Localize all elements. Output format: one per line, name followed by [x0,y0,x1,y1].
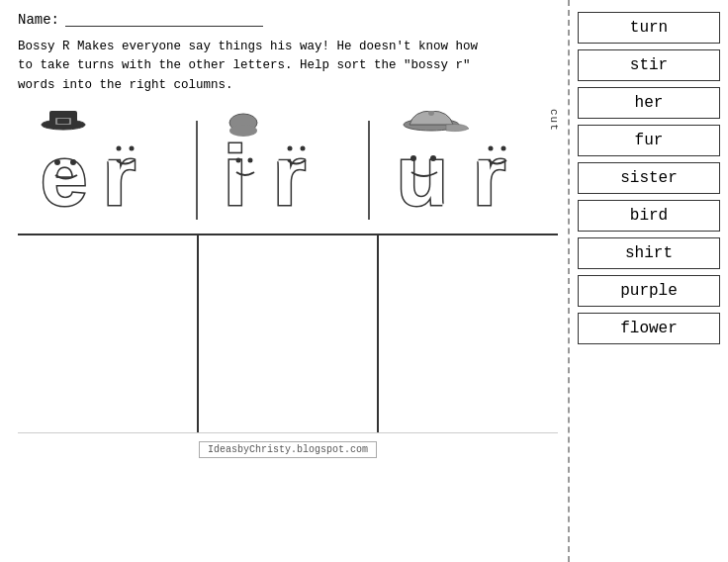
svg-text:e: e [41,129,87,223]
name-label: Name: [18,12,59,28]
instructions-text: Bossy R Makes everyone say things his wa… [18,38,493,95]
word-cards-area: turn stir her fur sister bird shirt purp… [570,0,728,562]
word-card-her[interactable]: her [578,87,720,119]
svg-point-16 [287,146,292,151]
word-card-fur[interactable]: fur [578,125,720,156]
ur-svg: u r [392,111,540,225]
svg-point-13 [235,158,240,163]
footer-credit: IdeasbyChristy.blogspot.com [199,441,377,458]
svg-point-24 [488,146,493,151]
word-card-bird[interactable]: bird [578,200,720,232]
ir-column [199,235,380,432]
svg-point-14 [247,158,252,163]
ur-letter-group: u r [392,111,540,230]
word-card-purple[interactable]: purple [578,275,720,307]
name-input-line [65,13,263,27]
worksheet-footer: IdeasbyChristy.blogspot.com [18,433,558,462]
svg-point-22 [430,155,436,161]
ir-letter-group: i r [219,111,347,230]
word-card-turn[interactable]: turn [578,12,720,44]
svg-point-5 [54,159,60,165]
word-card-shirt[interactable]: shirt [578,237,720,269]
er-letter-group: e r [36,111,174,230]
worksheet-area: Name: Bossy R Makes everyone say things … [0,0,570,562]
svg-point-21 [410,155,416,161]
word-card-flower[interactable]: flower [578,313,720,344]
pilgrim-hat-icon [42,111,85,130]
svg-text:r: r [473,129,505,223]
svg-text:r: r [273,129,306,223]
cut-label: cut [548,109,560,132]
svg-rect-3 [57,119,69,124]
word-card-sister[interactable]: sister [578,162,720,194]
svg-point-17 [300,146,305,151]
ir-svg: i r [219,111,347,225]
svg-point-8 [117,146,122,151]
er-svg: e r [36,111,174,225]
svg-point-9 [130,146,135,151]
word-card-stir[interactable]: stir [578,49,720,81]
sorting-columns [18,235,558,433]
name-line: Name: [18,12,558,28]
svg-text:r: r [103,129,136,223]
divider-ir-ur [368,121,370,220]
big-letters-section: e r [18,107,558,235]
er-column [18,235,199,432]
svg-point-6 [70,159,76,165]
divider-er-ir [196,121,198,220]
svg-point-25 [500,146,505,151]
ur-column [379,235,558,432]
